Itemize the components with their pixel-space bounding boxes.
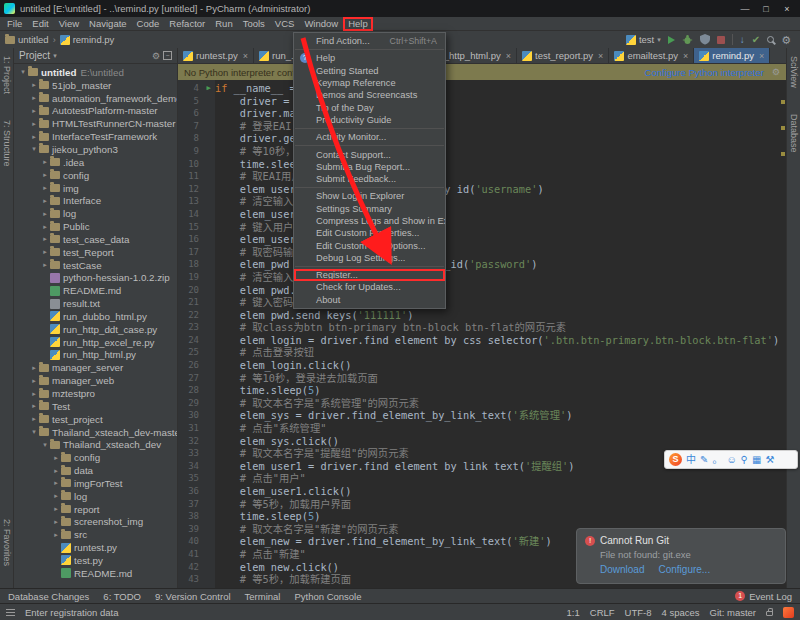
gear-icon[interactable]: ⚙ [772, 67, 780, 77]
menu-tools[interactable]: Tools [238, 17, 270, 31]
status-git-master[interactable]: Git: master [710, 607, 756, 618]
tree-item-run-http-html-py[interactable]: run_http_html.py [14, 349, 177, 362]
code-editor[interactable]: 4▶if __name__ == '__main__':5 driver = w… [178, 80, 786, 588]
mic-icon[interactable]: ⚲ [741, 451, 748, 468]
status-4-spaces[interactable]: 4 spaces [662, 607, 700, 618]
menu-view[interactable]: View [54, 17, 84, 31]
close-icon[interactable]: × [683, 51, 688, 61]
tree-item-screenshot-img[interactable]: ▸screenshot_img [14, 516, 177, 529]
tree-item-config[interactable]: ▸config [14, 169, 177, 182]
sogou-logo[interactable]: S [669, 453, 682, 466]
settings-gear-icon[interactable]: ⚙ [152, 51, 160, 61]
breadcrumb-untitled[interactable]: untitled [5, 34, 49, 45]
tree-item-testcase[interactable]: ▸testCase [14, 259, 177, 272]
tree-item-manager-server[interactable]: ▸manager_server [14, 361, 177, 374]
pen-icon[interactable]: ✎ [700, 451, 708, 468]
menu-edit[interactable]: Edit [27, 17, 53, 31]
tree-item-run-http-ddt-case-py[interactable]: run_http_ddt_case.py [14, 323, 177, 336]
emoji-icon[interactable]: ☺ [726, 451, 736, 468]
menu-item-submit-a-bug-report[interactable]: Submit a Bug Report... [294, 161, 445, 173]
tree-item-imgfortest[interactable]: ▸imgForTest [14, 477, 177, 490]
minimize-button[interactable]: — [736, 2, 754, 15]
menu-item-check-for-updates[interactable]: Check for Updates... [294, 281, 445, 293]
tree-item-test-report[interactable]: ▸test_Report [14, 246, 177, 259]
collapse-all-icon[interactable]: − [163, 51, 172, 60]
tree-item-interfacetestframework[interactable]: ▸InterfaceTestFramework [14, 130, 177, 143]
menu-item-edit-custom-properties[interactable]: Edit Custom Properties... [294, 227, 445, 239]
chinese-mode-icon[interactable]: 中 [686, 451, 696, 468]
tool-button-1-project[interactable]: 1: Project [2, 56, 12, 94]
project-panel-title[interactable]: Project [19, 50, 50, 61]
tree-item-interface[interactable]: ▸Interface [14, 194, 177, 207]
menu-item-activity-monitor[interactable]: Activity Monitor... [294, 131, 445, 143]
keyboard-icon[interactable]: ▦ [752, 451, 761, 468]
menu-item-productivity-guide[interactable]: Productivity Guide [294, 114, 445, 126]
menu-item-compress-logs-and-show-in-explorer[interactable]: Compress Logs and Show in Explorer [294, 215, 445, 227]
settings-gear-icon[interactable]: ⚙ [781, 35, 791, 45]
punctuation-icon[interactable]: 。 [712, 451, 722, 468]
chevron-down-icon[interactable]: ▾ [53, 52, 57, 60]
menu-file[interactable]: File [2, 17, 27, 31]
status-1-1[interactable]: 1:1 [567, 607, 580, 618]
editor-tab-remind-py[interactable]: remind.py× [694, 48, 770, 63]
menu-item-submit-feedback[interactable]: Submit Feedback... [294, 173, 445, 185]
editor-tab-emailtest-py[interactable]: emailtest.py× [609, 48, 694, 63]
tool-button-python-console[interactable]: Python Console [294, 591, 361, 602]
search-everywhere-icon[interactable] [767, 36, 774, 43]
menu-item-edit-custom-vm-options[interactable]: Edit Custom VM Options... [294, 239, 445, 251]
tree-item-python-hessian-1-0-2-zip[interactable]: python-hessian-1.0.2.zip [14, 272, 177, 285]
menu-code[interactable]: Code [132, 17, 165, 31]
menu-item-debug-log-settings[interactable]: Debug Log Settings... [294, 252, 445, 264]
menu-item-settings-summary[interactable]: Settings Summary [294, 203, 445, 215]
vcs-update-icon[interactable]: ↓ [740, 35, 745, 45]
close-button[interactable]: × [778, 2, 796, 15]
tree-item-readme-md[interactable]: README.md [14, 284, 177, 297]
editor-tab-runtest-py[interactable]: runtest.py× [178, 48, 254, 63]
run-line-icon[interactable]: ▶ [202, 82, 215, 95]
breadcrumb-remind-py[interactable]: remind.py [60, 34, 115, 45]
tool-button-6-todo[interactable]: 6: TODO [103, 591, 141, 602]
tree-item-thailand-xsteach-dev[interactable]: ▾Thailand_xsteach_dev [14, 438, 177, 451]
tree-item-readme-md[interactable]: README.md [14, 567, 177, 580]
menu-item-getting-started[interactable]: Getting Started [294, 65, 445, 77]
editor-tab-test-report-py[interactable]: test_report.py× [517, 48, 609, 63]
tree-item-test[interactable]: ▸Test [14, 400, 177, 413]
tree-item-test-project[interactable]: ▸test_project [14, 413, 177, 426]
link-download[interactable]: Download [600, 564, 644, 575]
tree-item-log[interactable]: ▸log [14, 490, 177, 503]
menu-run[interactable]: Run [210, 17, 237, 31]
menu-navigate[interactable]: Navigate [84, 17, 132, 31]
close-icon[interactable]: × [598, 51, 603, 61]
tree-item-runtest-py[interactable]: runtest.py [14, 541, 177, 554]
menu-refactor[interactable]: Refactor [164, 17, 210, 31]
menu-item-contact-support[interactable]: Contact Support... [294, 148, 445, 160]
tool-button-9-version-control[interactable]: 9: Version Control [155, 591, 231, 602]
tree-item-run-http-excel-re-py[interactable]: run_http_excel_re.py [14, 336, 177, 349]
close-icon[interactable]: × [243, 51, 248, 61]
tree-item-jiekou-python3[interactable]: ▾jiekou_python3 [14, 143, 177, 156]
tree-item-public[interactable]: ▸Public [14, 220, 177, 233]
ime-indicator-icon[interactable] [783, 607, 794, 618]
tool-button-terminal[interactable]: Terminal [245, 591, 281, 602]
menu-vcs[interactable]: VCS [270, 17, 300, 31]
vcs-commit-icon[interactable]: ✔ [752, 35, 760, 45]
tree-item-data[interactable]: ▸data [14, 464, 177, 477]
run-config-selector[interactable]: test ▾ [626, 34, 661, 45]
tree-item-run-dubbo-html-py[interactable]: run_dubbo_html.py [14, 310, 177, 323]
tool-button-event-log[interactable]: Event Log [749, 591, 792, 602]
run-button[interactable] [668, 36, 675, 44]
debug-icon[interactable] [682, 34, 693, 45]
menu-grid-icon[interactable] [6, 609, 15, 616]
tree-item-htmltestrunnercn-master[interactable]: ▸HTMLTestRunnerCN-master [14, 117, 177, 130]
close-icon[interactable]: × [506, 51, 511, 61]
coverage-icon[interactable] [700, 34, 710, 45]
status-utf-8[interactable]: UTF-8 [625, 607, 652, 618]
menu-item-help[interactable]: ?Help [294, 52, 445, 64]
tree-item-untitled[interactable]: ▾untitledE:\untitled [14, 66, 177, 79]
tree-item-test-case-data[interactable]: ▸test_case_data [14, 233, 177, 246]
tree-item-mztestpro[interactable]: ▸mztestpro [14, 387, 177, 400]
menu-item-register[interactable]: Register... [294, 269, 445, 281]
menu-item-tip-of-the-day[interactable]: Tip of the Day [294, 101, 445, 113]
tree-item-manager-web[interactable]: ▸manager_web [14, 374, 177, 387]
tree-item-config[interactable]: ▸config [14, 451, 177, 464]
